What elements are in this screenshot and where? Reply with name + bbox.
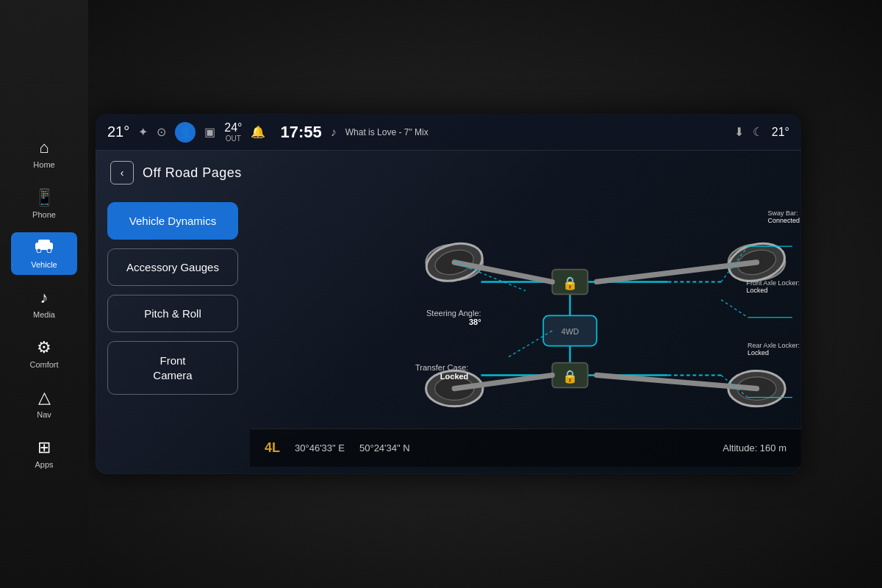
nav-btn-vehicle-dynamics[interactable]: Vehicle Dynamics [107,202,238,240]
music-note-icon: ♪ [331,126,337,139]
svg-rect-4 [250,202,801,460]
sidebar-label-media: Media [33,310,55,319]
status-bar: 21° ✦ ⊙ 👤 ▣ 24° OUT 🔔 17:55 ♪ What is Lo… [96,114,801,151]
sidebar-label-nav: Nav [37,410,51,419]
sidebar-label-apps: Apps [35,460,53,469]
download-icon: ⬇ [734,125,744,139]
svg-point-2 [37,248,41,253]
nav-btn-accessory-gauges[interactable]: Accessory Gauges [107,248,238,286]
home-icon: ⌂ [39,138,49,157]
nav-btn-front-camera[interactable]: FrontCamera [107,341,238,395]
profile-avatar[interactable]: 👤 [175,122,196,143]
bell-icon: 🔔 [251,125,265,139]
sidebar-label-home: Home [33,160,54,169]
main-screen: 21° ✦ ⊙ 👤 ▣ 24° OUT 🔔 17:55 ♪ What is Lo… [96,114,801,474]
drive-mode: 4L [265,440,280,456]
sway-bar-callout: Sway Bar: Connected [767,209,800,224]
vehicle-icon [34,238,54,257]
ambient-temp: 21° [107,123,129,140]
phone-icon: 📱 [35,188,54,207]
sidebar: ⌂ Home 📱 Phone Vehicle ♪ Media ⚙ Comfort… [0,0,88,588]
moon-icon: ☾ [753,125,763,139]
front-axle-callout: Front Axle Locker: Locked [746,279,800,294]
sidebar-label-comfort: Comfort [29,360,58,369]
nav-icon: △ [38,388,51,407]
sidebar-item-nav[interactable]: △ Nav [11,382,77,425]
sidebar-item-apps[interactable]: ⊞ Apps [11,432,77,475]
coord-north: 50°24'34" N [359,442,410,453]
back-button[interactable]: ‹ [110,161,134,184]
content-area: ‹ Off Road Pages Vehicle Dynamics Access… [96,151,801,474]
rear-axle-callout: Rear Axle Locker: Locked [747,342,800,356]
bottom-bar: 4L 30°46'33" E 50°24'34" N Altitude: 160… [250,429,801,467]
fan-icon: ✦ [138,125,148,139]
svg-point-3 [47,248,51,253]
left-nav: Vehicle Dynamics Accessory Gauges Pitch … [96,195,250,467]
comfort-icon: ⚙ [37,338,51,357]
apps-icon: ⊞ [37,438,51,457]
cabin-temp: 21° [772,126,789,139]
svg-rect-1 [38,240,50,245]
sidebar-label-vehicle: Vehicle [31,260,57,269]
svg-text:🔒: 🔒 [562,276,578,291]
media-icon: ♪ [40,288,49,307]
nav-btn-pitch-roll[interactable]: Pitch & Roll [107,295,238,332]
camera-icon: ▣ [204,125,215,139]
viz-area: Steering Angle: 38° Transfer Case: Locke… [250,195,801,467]
svg-text:🔒: 🔒 [562,369,578,384]
sidebar-item-home[interactable]: ⌂ Home [11,132,77,175]
heat-icon: ⊙ [157,125,166,139]
sidebar-item-phone[interactable]: 📱 Phone [11,182,77,225]
drivetrain-diagram: 🔒 🔒 4WD [250,195,801,467]
transfer-case-label: Transfer Case: Locked [415,363,468,381]
page-title: Off Road Pages [143,165,242,181]
coord-east: 30°46'33" E [295,442,345,453]
page-header: ‹ Off Road Pages [96,151,801,195]
sidebar-item-media[interactable]: ♪ Media [11,282,77,325]
clock: 17:55 [280,123,321,142]
now-playing: What is Love - 7" Mix [345,127,429,137]
steering-angle-label: Steering Angle: 38° [426,309,481,326]
main-layout: Vehicle Dynamics Accessory Gauges Pitch … [96,195,801,467]
sidebar-label-phone: Phone [32,210,56,219]
out-temp: 24° OUT [224,121,242,143]
sidebar-item-vehicle[interactable]: Vehicle [11,232,77,275]
sidebar-item-comfort[interactable]: ⚙ Comfort [11,332,77,375]
altitude: Altitude: 160 m [723,442,786,453]
svg-text:4WD: 4WD [561,327,578,336]
